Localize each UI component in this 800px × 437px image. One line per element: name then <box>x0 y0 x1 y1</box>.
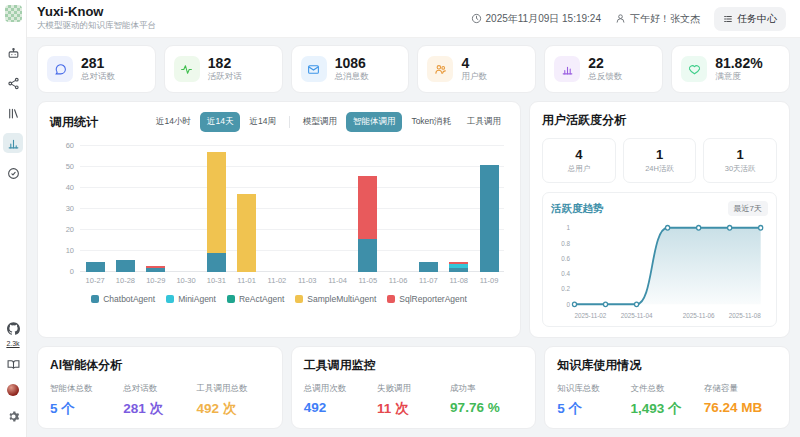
bar-column-11-05[interactable]: 11-05 <box>353 146 383 272</box>
bar-segment-SqlReporterAgent <box>358 176 377 239</box>
svg-text:0.8: 0.8 <box>561 239 570 246</box>
metric-value: 5 个 <box>50 400 123 418</box>
bar-column-11-03[interactable]: 11-03 <box>292 146 322 272</box>
legend-item-SampleMultiAgent[interactable]: SampleMultiAgent <box>295 294 376 304</box>
svg-text:2025-11-04: 2025-11-04 <box>621 312 653 319</box>
kb-usage-title: 知识库使用情况 <box>557 357 777 374</box>
stat-label: 总对话数 <box>81 71 115 83</box>
bar-column-10-27[interactable]: 10-27 <box>80 146 110 272</box>
agent-chat-icon[interactable] <box>3 43 23 63</box>
legend-item-SqlReporterAgent[interactable]: SqlReporterAgent <box>387 294 467 304</box>
bar-column-11-02[interactable]: 11-02 <box>262 146 292 272</box>
bar-segment-SampleMultiAgent <box>237 194 256 272</box>
app-title: Yuxi-Know <box>37 5 156 20</box>
stat-label: 总反馈数 <box>588 71 622 83</box>
bar-segment-ChatbotAgent <box>480 165 499 272</box>
task-list-icon <box>723 14 733 24</box>
active-30d-box: 1 30天活跃 <box>703 138 777 183</box>
metric-value: 492 <box>304 400 377 415</box>
legend-item-MiniAgent[interactable]: MiniAgent <box>166 294 216 304</box>
bar-column-10-30[interactable]: 10-30 <box>171 146 201 272</box>
bar-column-10-31[interactable]: 10-31 <box>201 146 231 272</box>
charts-row: 调用统计 近14小时近14天近14周 模型调用智能体调用Token消耗工具调用 … <box>37 101 790 338</box>
dashboard-chart-icon[interactable] <box>3 133 23 153</box>
legend-item-ChatbotAgent[interactable]: ChatbotAgent <box>91 294 155 304</box>
topbar: Yuxi-Know 大模型驱动的知识库智能体平台 2025年11月09日 15:… <box>27 0 800 38</box>
mail-icon <box>307 63 320 76</box>
stat-value: 22 <box>588 55 622 71</box>
tab-近14周[interactable]: 近14周 <box>242 112 282 132</box>
stat-label: 活跃对话 <box>208 71 242 83</box>
user-icon <box>615 13 626 24</box>
agent-calls-bar-chart: 010203040506010-2710-2810-2910-3010-3111… <box>80 146 504 272</box>
bar-chart-legend: ChatbotAgentMiniAgentReActAgentSampleMul… <box>50 294 508 304</box>
call-stats-card: 调用统计 近14小时近14天近14周 模型调用智能体调用Token消耗工具调用 … <box>37 101 521 338</box>
bar-column-11-01[interactable]: 11-01 <box>231 146 261 272</box>
bar-column-11-06[interactable]: 11-06 <box>383 146 413 272</box>
trend-range-badge: 最近7天 <box>728 201 768 216</box>
tab-工具调用[interactable]: 工具调用 <box>460 112 508 132</box>
dashboard-content: 281 总对话数 182 活跃对话 1086 总消息数 <box>27 38 800 437</box>
user-greeting: 下午好！张文杰 <box>615 12 700 26</box>
stat-card-conversations: 281 总对话数 <box>37 45 156 93</box>
stat-value: 182 <box>208 55 242 71</box>
stat-label: 用户数 <box>461 71 487 83</box>
metric-value: 281 次 <box>123 400 196 418</box>
tool-monitor-title: 工具调用监控 <box>304 357 524 374</box>
stat-value: 281 <box>81 55 115 71</box>
stat-card-users: 4 用户数 <box>417 45 536 93</box>
settings-gear-icon[interactable] <box>3 406 23 426</box>
metric-value: 5 个 <box>557 400 630 418</box>
tab-近14小时[interactable]: 近14小时 <box>149 112 198 132</box>
metric-value: 76.24 MB <box>704 400 777 415</box>
graph-icon[interactable] <box>3 73 23 93</box>
svg-text:2025-11-06: 2025-11-06 <box>683 312 715 319</box>
svg-text:0.4: 0.4 <box>561 270 570 277</box>
bar-column-11-09[interactable]: 11-09 <box>474 146 504 272</box>
bar-column-11-04[interactable]: 11-04 <box>322 146 352 272</box>
legend-item-ReActAgent[interactable]: ReActAgent <box>227 294 284 304</box>
task-center-button[interactable]: 任务中心 <box>714 7 786 31</box>
metric-value: 492 次 <box>196 400 269 418</box>
svg-text:0: 0 <box>567 301 571 308</box>
github-star-count[interactable]: 2.3k <box>6 340 19 347</box>
tab-智能体调用[interactable]: 智能体调用 <box>346 112 403 132</box>
metric-value: 11 次 <box>377 400 450 418</box>
library-icon[interactable] <box>3 103 23 123</box>
stat-label: 总消息数 <box>335 71 369 83</box>
clock-icon <box>471 13 482 24</box>
stat-card-active-chats: 182 活跃对话 <box>164 45 283 93</box>
tab-近14天[interactable]: 近14天 <box>200 112 240 132</box>
stats-row: 281 总对话数 182 活跃对话 1086 总消息数 <box>37 45 790 93</box>
bar-column-11-08[interactable]: 11-08 <box>444 146 474 272</box>
docs-book-icon[interactable] <box>3 354 23 374</box>
call-stats-title: 调用统计 <box>50 114 98 131</box>
user-activity-stats: 4 总用户 1 24H活跃 1 30天活跃 <box>542 138 777 183</box>
bar-segment-ChatbotAgent <box>86 262 105 273</box>
user-activity-card: 用户活跃度分析 4 总用户 1 24H活跃 1 30天活跃 <box>529 101 790 338</box>
stat-card-messages: 1086 总消息数 <box>291 45 410 93</box>
metric-value: 1,493 个 <box>631 400 704 418</box>
github-icon[interactable] <box>3 318 23 338</box>
activity-trend-line-chart: 00.20.40.60.812025-11-022025-11-042025-1… <box>551 218 768 322</box>
bar-column-11-07[interactable]: 11-07 <box>413 146 443 272</box>
svg-text:1: 1 <box>567 224 571 231</box>
stat-card-feedback: 22 总反馈数 <box>544 45 663 93</box>
clock-check-icon[interactable] <box>3 163 23 183</box>
activity-trend-box: 活跃度趋势 最近7天 00.20.40.60.812025-11-022025-… <box>542 192 777 327</box>
divider <box>289 116 290 128</box>
bar-column-10-28[interactable]: 10-28 <box>110 146 140 272</box>
bar-segment-ChatbotAgent <box>207 253 226 272</box>
tab-模型调用[interactable]: 模型调用 <box>296 112 344 132</box>
app-root: 2.3k Yuxi-Know 大模型驱动的知识库智能体平台 2025年11月09… <box>0 0 800 437</box>
kb-usage-card: 知识库使用情况 知识库总数5 个 文件总数1,493 个 存储容量76.24 M… <box>544 346 790 429</box>
svg-text:0.6: 0.6 <box>561 255 570 262</box>
tab-Token消耗[interactable]: Token消耗 <box>404 112 458 132</box>
stat-label: 满意度 <box>715 71 762 83</box>
stat-value: 1086 <box>335 55 369 71</box>
app-subtitle: 大模型驱动的知识库智能体平台 <box>37 20 156 32</box>
community-logo-icon[interactable] <box>7 384 19 396</box>
trend-title: 活跃度趋势 <box>551 202 604 216</box>
bar-column-10-29[interactable]: 10-29 <box>141 146 171 272</box>
stat-card-satisfaction: 81.82% 满意度 <box>671 45 790 93</box>
